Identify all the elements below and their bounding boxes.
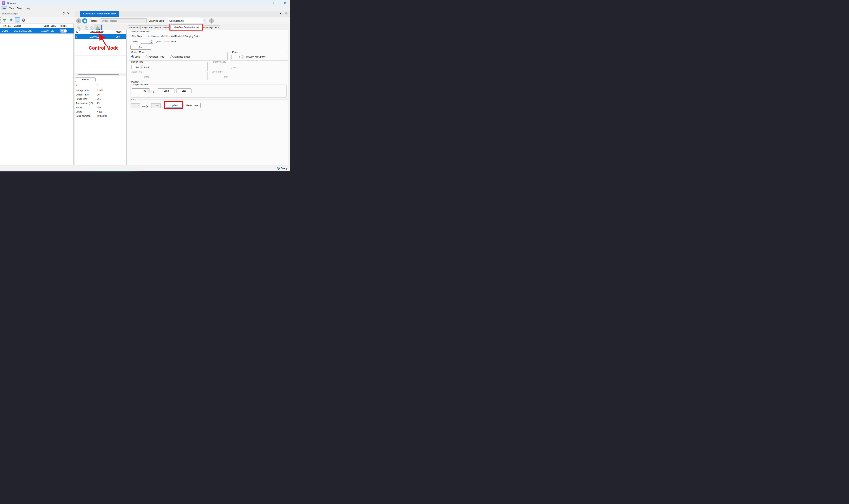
annotation-control-mode-text: Control Mode	[89, 45, 119, 51]
radio-damping-label[interactable]: Damping Status	[185, 35, 200, 38]
connect-plug-icon[interactable]	[8, 17, 14, 23]
servo-panel-close-icon[interactable]: ✕	[285, 12, 287, 16]
spin-down-icon[interactable]: ▼	[147, 91, 149, 93]
loop-legend: Loop	[131, 98, 137, 101]
tab-damping[interactable]: Damping Control	[202, 25, 220, 30]
radio-damping-status[interactable]	[181, 35, 184, 37]
menu-tools[interactable]: Tools	[16, 6, 23, 10]
panel-dropdown-icon[interactable]: ▼	[279, 13, 281, 15]
toggle-knob	[64, 30, 67, 32]
scan-play-icon[interactable]	[76, 18, 81, 23]
spin-up-icon[interactable]: ▲	[241, 55, 244, 57]
detail-value: 361	[97, 98, 101, 100]
servo-panel-titlebar: COM5-UART Servo Panel View ▼ ✕	[75, 11, 290, 17]
app-icon: ★	[2, 1, 5, 5]
spin-down-icon[interactable]: ▼	[150, 42, 153, 44]
power-value[interactable]: 0	[231, 55, 241, 59]
protocol-value: UART Protocol	[102, 20, 117, 22]
col-caption[interactable]: Caption	[14, 24, 21, 27]
power-spinbox[interactable]: 0 ▲▼	[231, 55, 244, 59]
port-toggle-switch[interactable]: ON	[59, 29, 67, 33]
target-position-value[interactable]: 788	[132, 88, 147, 93]
accel-time-legend: Accel Time	[131, 71, 143, 73]
radio-unlocked-label[interactable]: Unlocked Mo	[151, 35, 164, 38]
radio-locked-mode[interactable]	[164, 35, 167, 37]
protocol-combobox[interactable]: UART Protocol ▾	[101, 18, 146, 23]
scrollbar-thumb[interactable]	[78, 74, 119, 75]
tab-parameters[interactable]: Parameters	[128, 25, 140, 30]
spin-up-icon[interactable]: ▲	[140, 65, 143, 67]
col-model[interactable]: Model	[116, 31, 122, 33]
detail-value: 0	[97, 84, 98, 87]
loop-angle-unit: (°)	[162, 105, 164, 108]
serial-manager-title: Serial Manager	[1, 12, 18, 15]
col-port-name[interactable]: Port Na...	[2, 24, 11, 27]
radio-basic[interactable]	[131, 55, 134, 58]
target-position-unit: (°)	[152, 90, 154, 93]
serial-port-row[interactable]: COM5 USB-SERIAL CH... 115200 OK ON	[0, 28, 73, 34]
toolbar-grip[interactable]	[0, 17, 1, 23]
motion-time-legend: Motion Time	[131, 61, 144, 63]
position-stop-button[interactable]: Stop	[176, 88, 191, 93]
pin-icon[interactable]	[62, 12, 65, 15]
radio-basic-label[interactable]: Basic	[135, 55, 140, 58]
col-status[interactable]: Stat...	[51, 24, 56, 27]
scan-stop-icon[interactable]	[82, 18, 87, 23]
servo-panel-tab[interactable]: COM5-UART Servo Panel View	[80, 11, 119, 17]
reload-button[interactable]: Reload	[75, 77, 96, 82]
toolbar-grip[interactable]	[75, 18, 75, 24]
device-table-hscrollbar[interactable]	[75, 73, 126, 76]
detail-label: Model	[76, 106, 82, 109]
menu-view[interactable]: View	[8, 6, 15, 10]
annotation-arrow	[97, 33, 110, 47]
send-button[interactable]: Send	[158, 88, 174, 93]
target-position-spinbox[interactable]: 788 ▲▼	[132, 88, 150, 93]
motion-time-value[interactable]: 100	[131, 65, 140, 69]
radio-advanced-time[interactable]	[145, 55, 148, 58]
spin-up-icon[interactable]: ▲	[150, 40, 153, 42]
stop-power-spinbox[interactable]: 0 ▲▼	[141, 40, 153, 44]
position-legend: Position	[131, 80, 140, 83]
annotation-box-control-mode-icon	[92, 24, 102, 33]
protocol-label: Protocol	[90, 20, 98, 22]
spin-down-icon[interactable]: ▼	[140, 67, 143, 69]
stop-action-stop-button[interactable]: Stop	[131, 45, 151, 50]
port-list-icon[interactable]	[15, 17, 20, 23]
status-ready-text: Ready	[281, 167, 287, 170]
scanning-baud-label: Scanning Baud	[149, 20, 164, 22]
desktop-edge	[0, 171, 290, 173]
detail-value: 29	[97, 102, 100, 105]
panel-close-icon[interactable]: ✕	[67, 12, 70, 15]
col-toggle[interactable]: Toggle	[60, 24, 67, 27]
refresh-ports-icon[interactable]	[2, 17, 7, 23]
resize-grip[interactable]: .::	[288, 168, 289, 170]
scanning-baud-combobox[interactable]: Auto Scanning ▾	[168, 18, 206, 23]
radio-unlocked-mode[interactable]	[148, 35, 150, 37]
radio-locked-label[interactable]: Locked Mode	[168, 35, 181, 38]
radio-advanced-speed[interactable]	[170, 55, 173, 58]
col-id[interactable]: ID	[76, 31, 79, 33]
settings-gear-icon[interactable]: ⚙	[21, 17, 26, 23]
spin-up-icon[interactable]: ▲	[147, 89, 149, 91]
port-name-cell: COM5	[2, 30, 8, 32]
menu-file[interactable]: File	[1, 6, 7, 10]
radio-advanced-speed-label[interactable]: Advanced-Speed	[173, 55, 190, 58]
baud-cell: 115200	[41, 30, 49, 32]
menu-help[interactable]: Help	[24, 6, 32, 10]
serial-port-table: Port Na... Caption Baud Stat... Toggle C…	[0, 24, 74, 165]
minimize-button[interactable]: —	[262, 1, 267, 5]
maximize-button[interactable]	[272, 1, 277, 5]
col-baud[interactable]: Baud	[44, 24, 49, 27]
scanning-baud-value: Auto Scanning	[169, 20, 184, 22]
detail-label: Current (mA)	[76, 93, 88, 96]
close-button[interactable]: ✕	[282, 1, 288, 5]
servo-toolbar-main: Protocol UART Protocol ▾ Scanning Baud A…	[75, 17, 290, 24]
detail-label: Voltage (mV)	[76, 89, 88, 92]
scan-target-icon[interactable]	[209, 18, 214, 24]
motion-time-spinbox[interactable]: 100 ▲▼	[131, 65, 143, 69]
stop-power-value[interactable]: 0	[141, 40, 150, 44]
reset-loop-button[interactable]: Reset Loop	[184, 103, 201, 108]
spin-down-icon[interactable]: ▼	[241, 57, 244, 59]
tab-single-turn[interactable]: Single-Turn Position Control	[140, 25, 171, 30]
radio-advanced-time-label[interactable]: Advanced-Time	[149, 55, 164, 58]
